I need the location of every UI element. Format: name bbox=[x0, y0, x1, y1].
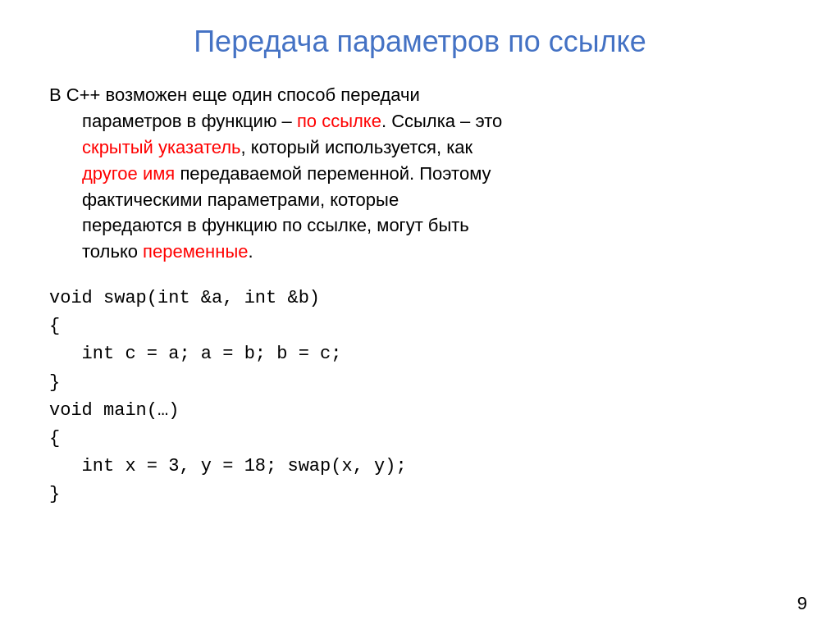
para-part8: только bbox=[82, 241, 143, 262]
para-part9: . bbox=[248, 241, 253, 262]
body-paragraph: В С++ возможен еще один способ передачи … bbox=[49, 82, 791, 265]
code-line8: } bbox=[49, 481, 791, 508]
para-line1: В С++ возможен еще один способ передачи bbox=[49, 84, 420, 105]
code-line5: void main(…) bbox=[49, 397, 791, 425]
para-line2: параметров в функцию – по ссылке. Ссылка… bbox=[49, 108, 791, 134]
slide: Передача параметров по ссылке В С++ возм… bbox=[0, 0, 840, 629]
para-part3: . Ссылка – это bbox=[381, 111, 502, 131]
para-part5: передаваемой переменной. Поэтому bbox=[175, 163, 491, 184]
para-part4: , который используется, как bbox=[241, 137, 473, 157]
code-line4: } bbox=[49, 369, 791, 397]
para-line5: фактическими параметрами, которые bbox=[49, 187, 791, 213]
para-red4: переменные bbox=[143, 241, 248, 262]
code-line7: int x = 3, y = 18; swap(x, y); bbox=[49, 453, 791, 481]
code-line3: int c = a; a = b; b = c; bbox=[49, 340, 791, 368]
code-line6: { bbox=[49, 425, 791, 453]
code-line2: { bbox=[49, 312, 791, 340]
para-red1: по ссылке bbox=[297, 111, 381, 131]
para-line6: передаются в функцию по ссылке, могут бы… bbox=[49, 212, 791, 239]
para-line7: только переменные. bbox=[49, 239, 791, 265]
para-red3: другое имя bbox=[82, 163, 175, 184]
page-number: 9 bbox=[797, 593, 807, 614]
slide-title: Передача параметров по ссылке bbox=[49, 25, 791, 59]
para-part2: параметров в функцию – bbox=[82, 111, 297, 131]
code-line1: void swap(int &a, int &b) bbox=[49, 285, 791, 312]
para-line3: скрытый указатель, который используется,… bbox=[49, 134, 791, 161]
para-red2: скрытый указатель bbox=[82, 137, 241, 157]
code-block: void swap(int &a, int &b) { int c = a; a… bbox=[49, 285, 791, 508]
para-line4: другое имя передаваемой переменной. Поэт… bbox=[49, 161, 791, 187]
